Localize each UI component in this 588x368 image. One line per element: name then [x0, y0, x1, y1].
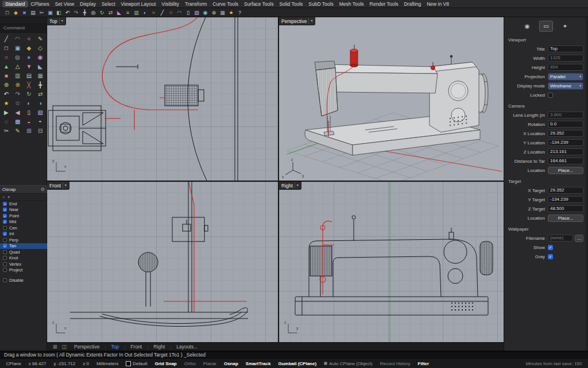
menu-set-view[interactable]: Set View	[52, 1, 77, 7]
tool-icon-8[interactable]: ○	[1, 53, 12, 62]
status-gumball-cplane[interactable]: Gumball (CPlane)	[274, 361, 320, 366]
menu-subd-tools[interactable]: SubD Tools	[305, 1, 336, 7]
menu-viewport-layout[interactable]: Viewport Layout	[118, 1, 159, 7]
panel-grip[interactable]	[0, 17, 47, 24]
grid-layout-icon[interactable]: ⊞	[51, 344, 60, 350]
tool-icon-10[interactable]: ●	[24, 53, 35, 62]
redo-icon[interactable]: ↷	[72, 9, 80, 17]
osnap-row-cen[interactable]: Cen	[0, 225, 47, 231]
tool-icon-14[interactable]: ▼	[24, 62, 35, 71]
tool-icon-42[interactable]: ⊞	[24, 126, 35, 136]
named-views-icon[interactable]: ◉	[520, 21, 534, 32]
tool-icon-26[interactable]: ↻	[24, 90, 35, 99]
status-ortho[interactable]: Ortho	[180, 361, 199, 366]
prop-input-width[interactable]: 1325	[548, 55, 583, 62]
status-osnap[interactable]: Osnap	[220, 361, 242, 366]
viewport-tab-perspective[interactable]: Perspective	[69, 344, 105, 350]
osnap-checkbox-tan[interactable]: ✓	[3, 244, 7, 248]
osnap-checkbox-perp[interactable]	[3, 238, 7, 242]
tool-icon-15[interactable]: ◣	[34, 62, 46, 71]
menu-render-tools[interactable]: Render Tools	[367, 1, 401, 7]
tool-icon-41[interactable]: ✎	[12, 126, 24, 136]
menu-select[interactable]: Select	[99, 1, 118, 7]
tool-icon-29[interactable]: ☆	[12, 99, 24, 108]
tool-icon-28[interactable]: ★	[1, 99, 12, 108]
menu-standard[interactable]: Standard	[2, 1, 28, 7]
front-view-drawing[interactable]: z x	[47, 182, 278, 342]
tool-icon-13[interactable]: △	[12, 62, 24, 71]
top-view-drawing[interactable]: y x	[47, 17, 278, 181]
status-filter[interactable]: Filter	[414, 361, 433, 366]
prop-input-x-location[interactable]: 29.352	[548, 130, 583, 137]
move-icon[interactable]: ⇄	[106, 9, 115, 17]
export-icon[interactable]: ▤	[29, 9, 37, 17]
osnap-row-quad[interactable]: Quad	[0, 249, 47, 255]
tool-icon-5[interactable]: ▣	[12, 44, 24, 53]
prop-dropdown-display-mode[interactable]: Wireframe▾	[548, 82, 583, 90]
tool-icon-40[interactable]: ✂	[1, 126, 12, 136]
osnap-checkbox-disable[interactable]	[3, 278, 7, 282]
viewport-right[interactable]: z y Right ▾	[279, 182, 504, 342]
tool-icon-4[interactable]: □	[1, 44, 12, 53]
rectangle-icon[interactable]: ▯	[184, 9, 192, 17]
prop-input-distance-to-tar[interactable]: 164.661	[548, 158, 583, 164]
rotate-view-icon[interactable]: ↻	[98, 9, 106, 17]
osnap-row-perp[interactable]: Perp	[0, 237, 47, 243]
prop-checkbox-gray[interactable]: ✓	[548, 254, 553, 259]
gear-icon[interactable]: ⚙	[41, 187, 45, 192]
osnap-checkbox-point[interactable]: ✓	[3, 214, 7, 218]
undo-icon[interactable]: ↶	[63, 9, 72, 17]
osnap-checkbox-int[interactable]: ✓	[3, 232, 7, 236]
menu-new-in-v8[interactable]: New in V8	[424, 1, 452, 7]
chevron-down-icon[interactable]: ▾	[308, 18, 312, 24]
box-icon[interactable]: ▧	[192, 9, 201, 17]
viewport-tab-front[interactable]: Front	[125, 344, 147, 350]
tool-icon-34[interactable]: ▯	[24, 108, 35, 117]
osnap-row-disable[interactable]: Disable	[0, 277, 47, 283]
tool-icon-19[interactable]: ▦	[34, 71, 46, 80]
tool-icon-30[interactable]: ◐	[24, 99, 35, 108]
tool-icon-6[interactable]: ◆	[24, 44, 35, 53]
right-view-drawing[interactable]: z y	[279, 182, 504, 342]
menu-solid-tools[interactable]: Solid Tools	[276, 1, 305, 7]
zoom-icon[interactable]: ◎	[89, 9, 98, 17]
status-planar[interactable]: Planar	[199, 361, 220, 366]
menu-curve-tools[interactable]: Curve Tools	[210, 1, 241, 7]
tool-icon-25[interactable]: ↷	[12, 90, 24, 99]
osnap-row-vertex[interactable]: Vertex	[0, 261, 47, 267]
curve-icon[interactable]: ≈	[149, 9, 158, 17]
arc-icon[interactable]: ◠	[175, 9, 184, 17]
osnap-checkbox-end[interactable]: ✓	[3, 202, 7, 206]
osnap-row-end[interactable]: ✓End	[0, 201, 47, 207]
perspective-view-drawing[interactable]: z x y	[279, 17, 504, 181]
prop-input-y-target[interactable]: -134.239	[548, 196, 583, 203]
copy-icon[interactable]: ▣	[46, 9, 55, 17]
tool-icon-2[interactable]: ≈	[24, 34, 35, 44]
prop-input-title[interactable]: Top	[548, 45, 583, 52]
boolean-icon[interactable]: ⊕	[210, 9, 218, 17]
status-z-0[interactable]: z 0	[79, 361, 93, 366]
osnap-header[interactable]: Osnap ⚙	[0, 185, 47, 194]
status-default[interactable]: Default	[122, 361, 151, 366]
tool-icon-22[interactable]: ╳	[24, 80, 35, 90]
tool-icon-37[interactable]: ▩	[12, 117, 24, 126]
tool-icon-11[interactable]: ◉	[34, 53, 46, 62]
layers-icon[interactable]: ≡	[123, 9, 132, 17]
tool-icon-33[interactable]: ◀	[12, 108, 24, 117]
osnap-checkbox-mid[interactable]: ✓	[3, 220, 7, 224]
panel-scrollbar[interactable]	[586, 17, 588, 351]
pan-icon[interactable]: ╋	[80, 9, 89, 17]
viewport-title-right[interactable]: Right ▾	[279, 182, 301, 190]
osnap-checkbox-cen[interactable]	[3, 226, 7, 230]
prop-button-location[interactable]: Place...	[548, 214, 583, 222]
tool-icon-43[interactable]: ⊟	[34, 126, 46, 136]
tool-icon-18[interactable]: ▤	[24, 71, 35, 80]
viewport-top[interactable]: y x Top ▾	[47, 17, 278, 181]
sphere-icon[interactable]: ◉	[201, 9, 210, 17]
menu-visibility[interactable]: Visibility	[158, 1, 182, 7]
tool-icon-1[interactable]: ◠	[12, 34, 24, 44]
osnap-row-point[interactable]: ✓Point	[0, 213, 47, 219]
point-filter-icon[interactable]: ▪	[3, 195, 4, 199]
status-millimeters[interactable]: Millimeters	[92, 361, 122, 366]
tool-icon-3[interactable]: ✎	[34, 34, 46, 44]
